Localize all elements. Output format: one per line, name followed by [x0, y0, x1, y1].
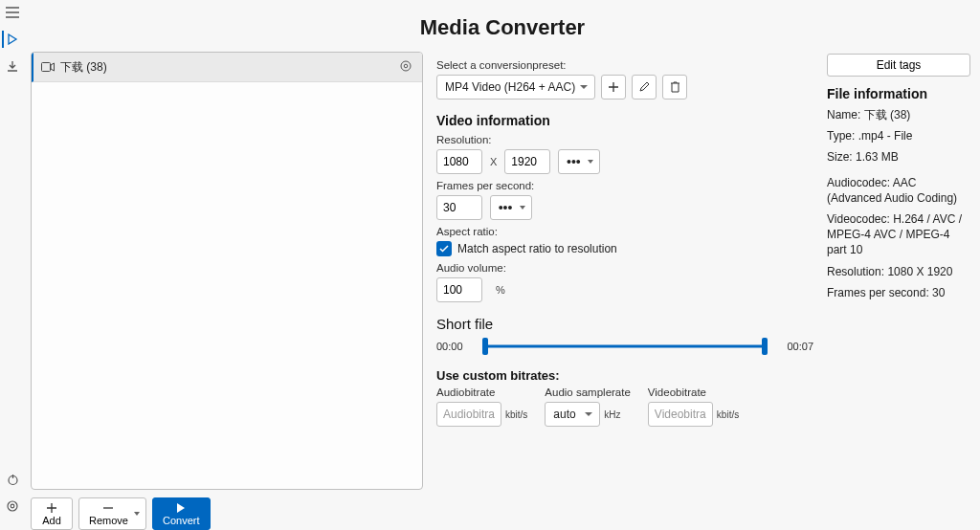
download-icon[interactable]: [4, 57, 21, 75]
preset-label: Select a conversionpreset:: [436, 59, 813, 71]
videobitrate-unit: kbit/s: [717, 409, 739, 420]
video-info-title: Video information: [436, 113, 813, 128]
file-info-title: File information: [827, 86, 970, 101]
short-file-title: Short file: [436, 316, 813, 332]
trim-slider[interactable]: [482, 338, 768, 355]
file-row[interactable]: 下载 (38): [32, 53, 422, 82]
end-time: 00:07: [777, 341, 813, 352]
main-area: Media Converter 下载 (38) Add: [25, 0, 980, 530]
info-audiocodec: Audiocodec: AAC (Advanced Audio Coding): [827, 175, 970, 206]
convert-button[interactable]: Convert: [152, 497, 211, 530]
power-icon[interactable]: [4, 471, 21, 488]
resolution-label: Resolution:: [436, 134, 813, 145]
slider-handle-end[interactable]: [762, 338, 768, 355]
side-rail: [0, 0, 25, 530]
add-preset-button[interactable]: [601, 75, 626, 99]
custom-bitrate-title: Use custom bitrates:: [436, 368, 813, 383]
audiobitrate-label: Audiobitrate: [436, 386, 527, 398]
delete-preset-button[interactable]: [662, 75, 687, 99]
file-list: 下载 (38): [31, 52, 423, 490]
start-time: 00:00: [436, 341, 473, 352]
convert-tab-icon[interactable]: [2, 31, 19, 48]
svg-point-2: [11, 504, 14, 508]
info-name: Name: 下载 (38): [827, 107, 970, 122]
audiobitrate-unit: kbit/s: [505, 409, 527, 420]
add-button[interactable]: Add: [31, 497, 73, 530]
info-type: Type: .mp4 - File: [827, 128, 970, 144]
settings-column: Select a conversionpreset: MP4 Video (H2…: [436, 52, 813, 530]
info-videocodec: Videocodec: H.264 / AVC / MPEG-4 AVC / M…: [827, 211, 970, 258]
fps-label: Frames per second:: [436, 180, 813, 191]
res-width-input[interactable]: [436, 149, 482, 174]
audio-volume-unit: %: [496, 284, 505, 296]
slider-handle-start[interactable]: [482, 338, 488, 355]
file-name: 下载 (38): [60, 59, 399, 76]
info-fps: Frames per second: 30: [827, 285, 970, 300]
audiobitrate-input[interactable]: [436, 402, 501, 427]
info-size: Size: 1.63 MB: [827, 149, 970, 165]
fps-input[interactable]: [436, 195, 482, 220]
samplerate-label: Audio samplerate: [545, 386, 631, 398]
video-icon: [41, 58, 55, 76]
aspect-checkbox[interactable]: [436, 241, 452, 256]
edit-tags-button[interactable]: Edit tags: [827, 54, 970, 77]
svg-point-1: [8, 501, 17, 511]
menu-icon[interactable]: [4, 4, 21, 21]
svg-point-5: [404, 64, 408, 68]
resolution-options-button[interactable]: •••: [558, 149, 600, 174]
svg-point-4: [401, 61, 411, 71]
file-column: 下载 (38) Add Remove Convert: [31, 52, 423, 530]
file-settings-icon[interactable]: [399, 59, 414, 75]
info-resolution: Resolution: 1080 X 1920: [827, 264, 970, 279]
samplerate-combo[interactable]: auto: [545, 402, 600, 427]
audio-volume-label: Audio volume:: [436, 262, 813, 274]
samplerate-unit: kHz: [604, 409, 620, 420]
gear-icon[interactable]: [4, 497, 21, 515]
preset-combo[interactable]: MP4 Video (H264 + AAC): [436, 75, 595, 99]
res-height-input[interactable]: [504, 149, 550, 174]
videobitrate-label: Videobitrate: [648, 386, 739, 398]
aspect-check-label: Match aspect ratio to resolution: [457, 242, 617, 255]
audio-volume-input[interactable]: [436, 277, 482, 302]
aspect-label: Aspect ratio:: [436, 226, 813, 237]
videobitrate-input[interactable]: [648, 402, 713, 427]
svg-rect-3: [42, 63, 51, 72]
edit-preset-button[interactable]: [632, 75, 657, 99]
file-info-column: Edit tags File information Name: 下载 (38)…: [827, 52, 970, 530]
remove-button[interactable]: Remove: [78, 497, 146, 530]
page-title: Media Converter: [25, 0, 980, 52]
action-bar: Add Remove Convert: [31, 490, 423, 530]
res-sep: X: [490, 156, 497, 167]
fps-options-button[interactable]: •••: [490, 195, 532, 220]
